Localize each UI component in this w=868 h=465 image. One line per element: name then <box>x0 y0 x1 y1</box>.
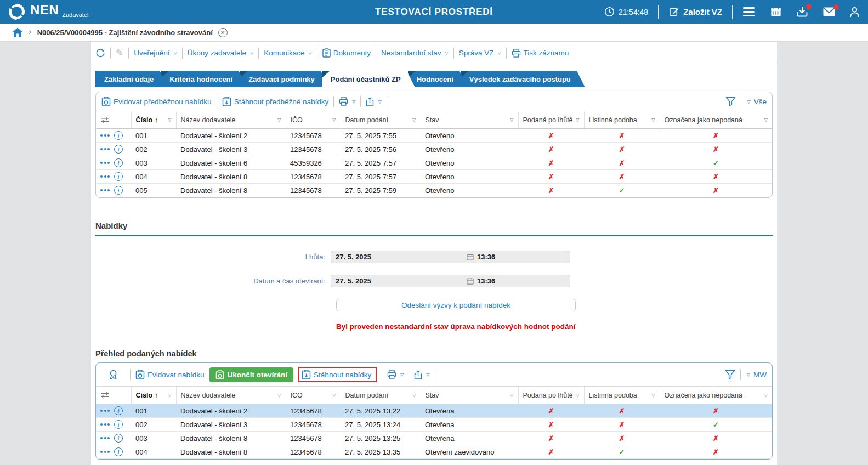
column-header[interactable]: Označena jako nepodaná▽ <box>660 387 772 404</box>
column-header[interactable]: Listinná podoba▽ <box>584 111 660 129</box>
column-filter-icon[interactable]: ▽ <box>510 393 513 398</box>
column-header[interactable]: Podaná po lhůtě▽ <box>518 387 584 404</box>
view-filter-dropdown[interactable]: ▽ MW <box>746 371 767 379</box>
row-menu-icon[interactable] <box>100 437 110 439</box>
column-filter-icon[interactable]: ▽ <box>277 393 281 398</box>
export-table-button[interactable]: ▽ <box>414 370 429 379</box>
nen-logo[interactable]: NEN Zadavatel <box>8 3 88 21</box>
column-filter-icon[interactable]: ▽ <box>168 117 171 122</box>
filter-icon[interactable] <box>725 370 735 379</box>
row-info-icon[interactable]: i <box>114 186 123 195</box>
tab-4[interactable]: Podání účastníků ZP <box>322 71 415 87</box>
row-info-icon[interactable]: i <box>114 434 123 443</box>
edit-record-icon[interactable]: ✎ <box>116 47 123 59</box>
breadcrumb-item[interactable]: N006/25/V00004995 - Zajištění závodního … <box>37 29 213 37</box>
downloads-button[interactable] <box>796 6 808 18</box>
table-row[interactable]: i001Dodavatel - školení 21234567827. 5. … <box>96 129 772 143</box>
column-settings-header[interactable] <box>96 387 131 404</box>
view-filter-dropdown[interactable]: ▽ Vše <box>746 98 767 106</box>
column-header[interactable]: Název dodavatele▽ <box>176 111 286 129</box>
row-info-icon[interactable]: i <box>114 158 123 167</box>
row-menu-icon[interactable] <box>100 410 110 412</box>
calendar-button[interactable] <box>770 6 782 18</box>
row-info-icon[interactable]: i <box>114 145 123 154</box>
ukoncit-otevirani-button[interactable]: Ukončit otevírání <box>209 367 294 382</box>
column-filter-icon[interactable]: ▽ <box>332 117 336 122</box>
column-settings-icon[interactable] <box>100 392 109 399</box>
table-row[interactable]: i002Dodavatel - školení 31234567827. 5. … <box>96 418 772 432</box>
tab-3[interactable]: Zadávací podmínky <box>240 71 329 87</box>
column-header[interactable]: Číslo↑▽ <box>131 111 176 129</box>
create-vz-button[interactable]: Založit VZ <box>669 7 722 17</box>
column-header[interactable]: Název dodavatele▽ <box>176 387 286 404</box>
column-filter-icon[interactable]: ▽ <box>412 393 416 398</box>
menu-dokumenty[interactable]: Dokumenty <box>322 48 371 58</box>
evidovat-nabidku-button[interactable]: Evidovat nabídku <box>135 370 205 379</box>
stahnout-predbezne-nabidky-button[interactable]: Stáhnout předběžné nabídky <box>222 97 329 106</box>
menu-icon[interactable] <box>743 7 755 16</box>
column-header[interactable]: IČO▽ <box>286 111 341 129</box>
row-info-icon[interactable]: i <box>114 447 123 456</box>
column-header[interactable]: Listinná podoba▽ <box>584 387 660 404</box>
column-filter-icon[interactable]: ▽ <box>510 117 513 122</box>
row-info-icon[interactable]: i <box>114 131 123 140</box>
column-header[interactable]: Datum podání▽ <box>341 111 421 129</box>
lhuta-datetime-field[interactable]: 27. 5. 2025 13:36 <box>331 251 570 263</box>
column-filter-icon[interactable]: ▽ <box>277 117 281 122</box>
column-filter-icon[interactable]: ▽ <box>764 117 768 122</box>
home-icon[interactable] <box>12 27 23 37</box>
table-row[interactable]: i001Dodavatel - školení 21234567827. 5. … <box>96 404 772 418</box>
odeslani-vyzvy-button[interactable]: Odeslání výzvy k podání nabídek <box>336 299 576 311</box>
menu-uverejneni[interactable]: Uveřejnění▽ <box>134 49 177 57</box>
column-filter-icon[interactable]: ▽ <box>332 393 336 398</box>
column-filter-icon[interactable]: ▽ <box>576 117 579 122</box>
menu-tisk-zaznamu[interactable]: Tisk záznamu <box>512 49 569 58</box>
row-menu-icon[interactable] <box>100 162 110 164</box>
messages-button[interactable] <box>822 7 836 17</box>
column-filter-icon[interactable]: ▽ <box>412 117 416 122</box>
row-menu-icon[interactable] <box>100 134 110 137</box>
column-header[interactable]: Stav▽ <box>421 387 518 404</box>
column-filter-icon[interactable]: ▽ <box>651 393 655 398</box>
table-row[interactable]: i004Dodavatel - školení 81234567827. 5. … <box>96 445 772 459</box>
history-button[interactable] <box>95 48 105 58</box>
row-info-icon[interactable]: i <box>114 172 123 181</box>
column-settings-header[interactable] <box>96 111 131 129</box>
column-filter-icon[interactable]: ▽ <box>168 393 171 398</box>
table-row[interactable]: i003Dodavatel - školení 81234567827. 5. … <box>96 432 772 445</box>
row-menu-icon[interactable] <box>100 189 110 191</box>
filter-icon[interactable] <box>725 97 736 106</box>
menu-komunikace[interactable]: Komunikace▽ <box>264 49 311 57</box>
breadcrumb-close-icon[interactable]: ✕ <box>218 28 228 37</box>
column-settings-icon[interactable] <box>100 116 109 124</box>
row-menu-icon[interactable] <box>100 175 110 178</box>
stahnout-nabidky-button[interactable]: Stáhnout nabídky <box>302 370 371 379</box>
evidovat-predbeznou-nabidku-button[interactable]: Evidovat předběžnou nabídku <box>101 97 212 106</box>
print-table-button[interactable]: ▽ <box>387 370 404 379</box>
column-header[interactable]: Označena jako nepodaná▽ <box>660 111 772 129</box>
column-header[interactable]: Podaná po lhůtě▽ <box>518 111 584 129</box>
column-filter-icon[interactable]: ▽ <box>576 393 579 398</box>
profile-button[interactable] <box>849 6 860 18</box>
row-info-icon[interactable]: i <box>114 420 123 429</box>
row-info-icon[interactable]: i <box>114 406 123 415</box>
otevirani-datetime-field[interactable]: 27. 5. 2025 13:36 <box>331 275 570 287</box>
menu-sprava-vz[interactable]: Správa VZ▽ <box>459 49 501 57</box>
award-button[interactable] <box>101 369 125 380</box>
column-header[interactable]: Datum podání▽ <box>341 387 421 404</box>
tab-6[interactable]: Výsledek zadávacího postupu <box>461 71 585 87</box>
table-row[interactable]: i003Dodavatel - školení 64535932627. 5. … <box>96 156 772 170</box>
column-header[interactable]: Číslo↑▽ <box>131 387 176 404</box>
export-table-button[interactable]: ▽ <box>366 97 381 106</box>
table-row[interactable]: i005Dodavatel - školení 81234567827. 5. … <box>96 184 772 197</box>
column-header[interactable]: Stav▽ <box>421 111 518 129</box>
row-menu-icon[interactable] <box>100 148 110 150</box>
tab-5[interactable]: Hodnocení <box>408 71 468 87</box>
column-header[interactable]: IČO▽ <box>286 387 341 404</box>
menu-nestandardni-stav[interactable]: Nestandardní stav▽ <box>381 49 449 57</box>
table-row[interactable]: i002Dodavatel - školení 31234567827. 5. … <box>96 143 772 156</box>
tab-2[interactable]: Kritéria hodnocení <box>161 71 247 87</box>
row-menu-icon[interactable] <box>100 451 110 453</box>
table-row[interactable]: i004Dodavatel - školení 81234567827. 5. … <box>96 170 772 184</box>
tab-1[interactable]: Základní údaje <box>95 71 168 87</box>
